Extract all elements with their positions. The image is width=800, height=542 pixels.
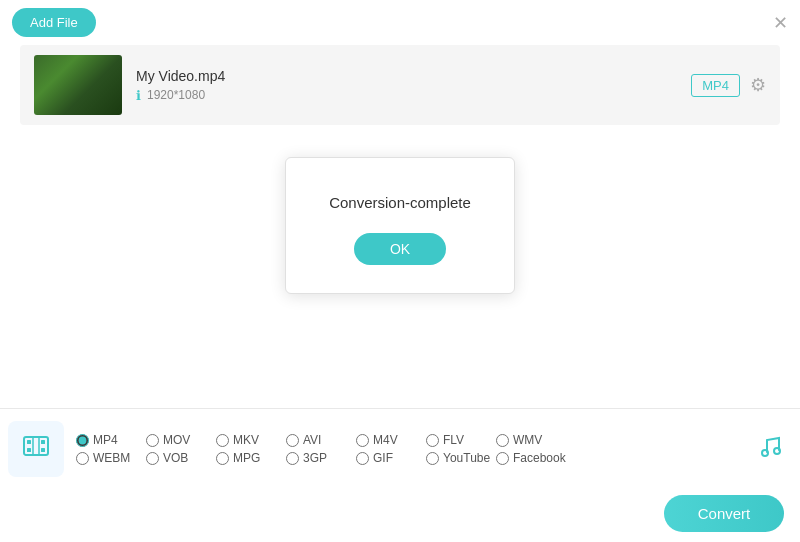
format-option-facebook[interactable]: Facebook xyxy=(496,451,566,465)
thumbnail-image xyxy=(34,55,122,115)
format-option-m4v[interactable]: M4V xyxy=(356,433,426,447)
format-option-mpg[interactable]: MPG xyxy=(216,451,286,465)
svg-rect-2 xyxy=(27,448,31,452)
music-icon-area[interactable] xyxy=(748,427,792,471)
format-option-mov[interactable]: MOV xyxy=(146,433,216,447)
title-bar: Add File ✕ xyxy=(0,0,800,45)
format-option-webm[interactable]: WEBM xyxy=(76,451,146,465)
file-list: My Video.mp4 ℹ 1920*1080 MP4 ⚙ xyxy=(20,45,780,125)
close-button[interactable]: ✕ xyxy=(773,14,788,32)
ok-button[interactable]: OK xyxy=(354,233,446,265)
svg-rect-3 xyxy=(41,440,45,444)
svg-rect-4 xyxy=(41,448,45,452)
middle-area: Conversion-complete OK xyxy=(0,125,800,325)
format-option-mp4[interactable]: MP4 xyxy=(76,433,146,447)
settings-button[interactable]: ⚙ xyxy=(750,74,766,96)
modal-title: Conversion-complete xyxy=(310,194,490,211)
file-info: My Video.mp4 ℹ 1920*1080 xyxy=(136,68,677,103)
svg-point-7 xyxy=(762,450,768,456)
svg-rect-0 xyxy=(24,437,48,455)
convert-button[interactable]: Convert xyxy=(664,495,784,532)
format-icon-area[interactable] xyxy=(8,421,64,477)
convert-area: Convert xyxy=(0,489,800,542)
file-resolution: 1920*1080 xyxy=(147,88,205,102)
format-bar: MP4 MOV MKV AVI M4V xyxy=(0,409,800,489)
film-icon xyxy=(22,432,50,466)
format-option-avi[interactable]: AVI xyxy=(286,433,356,447)
svg-rect-1 xyxy=(27,440,31,444)
bottom-bar: MP4 MOV MKV AVI M4V xyxy=(0,408,800,542)
format-option-3gp[interactable]: 3GP xyxy=(286,451,356,465)
format-badge: MP4 xyxy=(691,74,740,97)
info-icon: ℹ xyxy=(136,88,141,103)
modal-box: Conversion-complete OK xyxy=(285,157,515,294)
modal-overlay: Conversion-complete OK xyxy=(0,125,800,325)
music-note-icon xyxy=(757,432,783,466)
add-file-button[interactable]: Add File xyxy=(12,8,96,37)
svg-point-8 xyxy=(774,448,780,454)
video-thumbnail xyxy=(34,55,122,115)
format-option-wmv[interactable]: WMV xyxy=(496,433,566,447)
format-option-gif[interactable]: GIF xyxy=(356,451,426,465)
format-option-vob[interactable]: VOB xyxy=(146,451,216,465)
format-option-flv[interactable]: FLV xyxy=(426,433,496,447)
format-option-youtube[interactable]: YouTube xyxy=(426,451,496,465)
format-option-mkv[interactable]: MKV xyxy=(216,433,286,447)
file-name: My Video.mp4 xyxy=(136,68,677,84)
file-actions: MP4 ⚙ xyxy=(691,74,766,97)
file-meta: ℹ 1920*1080 xyxy=(136,88,677,103)
